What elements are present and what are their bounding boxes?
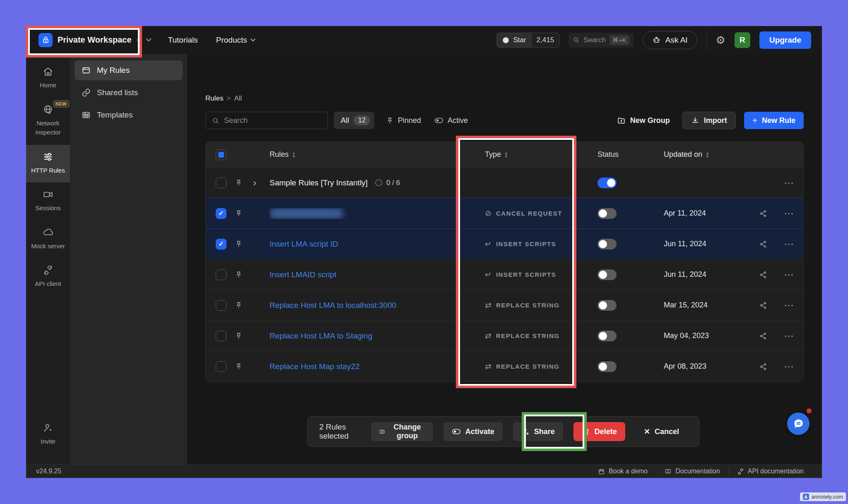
activate-button[interactable]: Activate (443, 422, 503, 441)
sidebar-item-sessions[interactable]: Sessions (26, 182, 70, 221)
workspace-name: Private Workspace (58, 35, 132, 45)
row-menu-button[interactable]: ⋯ (784, 361, 794, 372)
rule-name[interactable]: Insert LMAID script (270, 270, 337, 279)
table-row[interactable]: › Sample Rules [Try Instantly] 0 / 6 ⋯ (206, 167, 803, 198)
pin-icon[interactable] (235, 240, 243, 248)
toggle-icon (434, 116, 443, 125)
filter-pinned[interactable]: Pinned (386, 116, 421, 125)
pin-icon[interactable] (235, 179, 243, 187)
header-search[interactable]: Search ⌘+K (569, 33, 634, 48)
column-header-updated[interactable]: Updated on ▲▼ (664, 150, 709, 159)
sidebar-item-network-inspector[interactable]: NEW Network inspector (26, 98, 70, 145)
row-checkbox[interactable] (216, 239, 226, 250)
github-star-widget[interactable]: Star 2,415 (496, 33, 559, 48)
rule-name[interactable]: Replace Host Map stay22 (270, 362, 360, 371)
rule-name[interactable]: Replace Host LMA to Staging (270, 331, 372, 341)
updated-date: Apr 08, 2023 (664, 362, 706, 371)
share-icon[interactable] (759, 240, 767, 248)
filter-all-tab[interactable]: All 12 (334, 112, 374, 129)
row-checkbox[interactable] (216, 178, 226, 188)
table-row[interactable]: ⊘ CANCEL REQUEST Apr 11, 2024 ⋯ (206, 198, 803, 228)
row-checkbox[interactable] (216, 331, 226, 341)
sidebar-item-my-rules[interactable]: My Rules (75, 60, 183, 80)
share-icon[interactable] (759, 332, 767, 340)
new-group-button[interactable]: New Group (617, 116, 670, 125)
share-button[interactable]: Share (513, 422, 563, 441)
pin-icon[interactable] (235, 362, 243, 370)
sidebar-item-mock-server[interactable]: Mock server (26, 221, 70, 259)
delete-label: Delete (595, 427, 617, 436)
nav-tutorials[interactable]: Tutorials (168, 36, 198, 45)
row-checkbox[interactable] (216, 269, 226, 280)
status-toggle[interactable] (597, 178, 617, 188)
status-toggle[interactable] (597, 331, 617, 341)
table-row[interactable]: Insert LMA script ID ↵ INSERT SCRIPTS Ju… (206, 228, 803, 259)
workspace-switcher[interactable]: Private Workspace (39, 33, 152, 47)
import-button[interactable]: Import (682, 112, 736, 129)
sidebar-item-home[interactable]: Home (26, 60, 70, 98)
change-group-label: Change group (390, 423, 425, 440)
gear-icon[interactable]: ⚙ (716, 35, 725, 46)
sidebar-item-api-client[interactable]: API client (26, 258, 70, 296)
breadcrumb-root[interactable]: Rules (205, 94, 223, 103)
row-menu-button[interactable]: ⋯ (784, 330, 794, 342)
search-icon (212, 117, 219, 125)
pin-icon[interactable] (235, 332, 243, 340)
sidebar-item-http-rules[interactable]: HTTP Rules (26, 145, 70, 183)
status-toggle[interactable] (597, 239, 617, 250)
nav-label: Tutorials (168, 36, 198, 45)
select-all-checkbox[interactable] (216, 149, 226, 160)
status-toggle[interactable] (597, 269, 617, 280)
row-menu-button[interactable]: ⋯ (784, 208, 794, 219)
delete-button[interactable]: Delete (573, 422, 625, 441)
sidebar-item-templates[interactable]: Templates (75, 105, 183, 125)
plus-icon: + (752, 115, 757, 125)
share-icon[interactable] (759, 209, 767, 218)
share-icon[interactable] (759, 271, 767, 279)
pin-icon[interactable] (235, 271, 243, 278)
upgrade-button[interactable]: Upgrade (759, 31, 811, 49)
column-header-type[interactable]: Type ▲▼ (485, 150, 508, 159)
cancel-button[interactable]: ✕ Cancel (636, 422, 687, 441)
table-row[interactable]: Replace Host LMA to Staging ⇄ REPLACE ST… (206, 320, 803, 351)
documentation-link[interactable]: Documentation (656, 468, 728, 475)
share-icon[interactable] (759, 362, 767, 371)
column-header-status[interactable]: Status (597, 150, 619, 159)
ask-ai-button[interactable]: Ask AI (643, 31, 697, 49)
status-toggle[interactable] (597, 300, 617, 311)
chat-widget-button[interactable] (787, 413, 809, 435)
sidebar-item-invite[interactable]: Invite (26, 416, 70, 454)
row-menu-button[interactable]: ⋯ (784, 238, 794, 250)
row-checkbox[interactable] (216, 208, 226, 219)
sidebar-item-shared-lists[interactable]: Shared lists (75, 83, 183, 103)
status-toggle[interactable] (597, 208, 617, 219)
row-menu-button[interactable]: ⋯ (784, 300, 794, 311)
pin-icon[interactable] (235, 209, 243, 217)
rules-sidebar: My Rules Shared lists Templates (70, 54, 187, 464)
row-checkbox[interactable] (216, 300, 226, 311)
new-rule-button[interactable]: + New Rule (744, 112, 804, 129)
column-header-rules[interactable]: Rules ▲▼ (270, 150, 296, 159)
rule-name[interactable]: Replace Host LMA to localhost:3000 (270, 301, 396, 310)
user-avatar[interactable]: R (735, 32, 750, 48)
nav-products[interactable]: Products (216, 36, 255, 45)
expand-icon[interactable]: › (253, 177, 256, 189)
table-row[interactable]: Replace Host LMA to localhost:3000 ⇄ REP… (206, 290, 803, 320)
rules-toolbar: Search All 12 Pinned Active New Grou (205, 112, 804, 129)
table-row[interactable]: Replace Host Map stay22 ⇄ REPLACE STRING… (206, 351, 803, 382)
row-menu-button[interactable]: ⋯ (784, 177, 794, 189)
status-toggle[interactable] (597, 361, 617, 372)
rule-name[interactable]: Insert LMA script ID (270, 240, 338, 249)
pin-icon[interactable] (235, 301, 243, 309)
rule-name[interactable] (270, 208, 343, 219)
table-row[interactable]: Insert LMAID script ↵ INSERT SCRIPTS Jun… (206, 259, 803, 290)
share-icon[interactable] (759, 301, 767, 310)
search-input[interactable]: Search (205, 112, 328, 129)
rule-name[interactable]: Sample Rules [Try Instantly] (270, 178, 368, 187)
row-menu-button[interactable]: ⋯ (784, 269, 794, 281)
api-documentation-link[interactable]: API documentation (729, 468, 812, 475)
row-checkbox[interactable] (216, 361, 226, 372)
filter-active[interactable]: Active (434, 116, 468, 125)
book-a-demo-link[interactable]: Book a demo (590, 468, 656, 475)
change-group-button[interactable]: Change group (371, 422, 433, 441)
